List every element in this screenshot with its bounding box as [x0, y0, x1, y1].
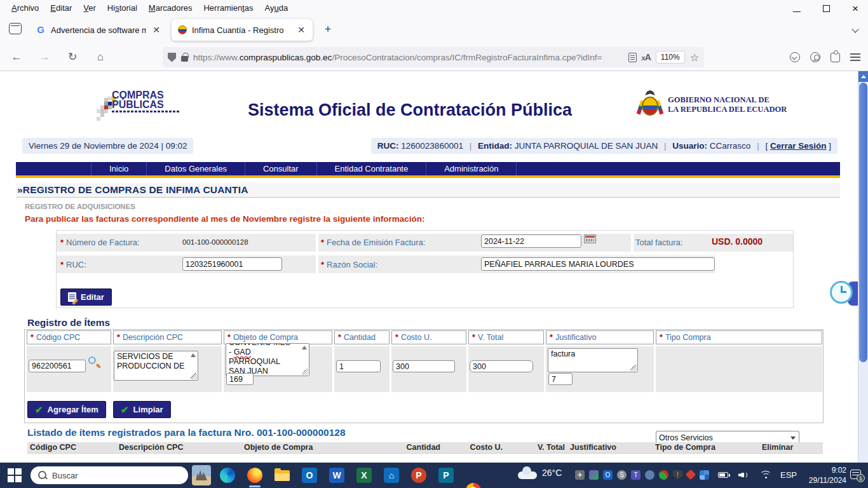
nav-inicio[interactable]: Inicio [91, 162, 147, 175]
limpiar-button[interactable]: ✔ Limpiar [113, 401, 171, 418]
firefox-icon[interactable] [247, 468, 262, 483]
editar-button[interactable]: Editar [60, 288, 112, 306]
nav-consultar[interactable]: Consultar [245, 162, 317, 175]
tray-icon-globe[interactable] [645, 470, 654, 480]
ruc-input[interactable] [182, 257, 282, 271]
start-button[interactable] [8, 468, 22, 482]
nav-datos-generales[interactable]: Datos Generales [147, 162, 245, 175]
v-total-input[interactable] [470, 360, 533, 372]
url-bar[interactable]: https://www.compraspublicas.gob.ec/Proce… [163, 47, 704, 67]
reload-button[interactable]: ↻ [64, 48, 81, 66]
reader-view-icon[interactable] [628, 53, 637, 62]
powerpoint-icon[interactable]: P [411, 468, 426, 483]
translate-icon[interactable]: xA [642, 52, 651, 62]
resize-grip-icon[interactable] [191, 373, 197, 379]
outlook-icon[interactable]: O [302, 468, 317, 483]
menu-archivo[interactable]: Archivo [6, 2, 44, 14]
tray-icon-grid[interactable] [700, 470, 709, 480]
account-icon[interactable] [810, 52, 820, 62]
gold-divider [16, 175, 840, 178]
weather-widget[interactable]: 1 26°C [518, 466, 562, 479]
razon-social-input[interactable] [481, 257, 715, 271]
pocket-icon[interactable] [790, 52, 800, 62]
session-chip: RUC: 1260023860001 | Entidad: JUNTA PARR… [371, 138, 837, 154]
lock-icon[interactable] [181, 56, 188, 62]
close-icon[interactable]: × [849, 3, 862, 15]
app-menu-icon[interactable] [850, 53, 860, 61]
back-button[interactable]: ← [8, 48, 25, 66]
menu-herramientas[interactable]: Herramientas [198, 2, 258, 14]
costo-u-input[interactable] [393, 360, 455, 372]
list-all-tabs-icon[interactable] [853, 27, 859, 33]
store-icon[interactable]: ⌂ [384, 468, 399, 483]
listado-header-descripcion: Descripción CPC [116, 442, 241, 454]
menu-historial[interactable]: Historial [102, 2, 142, 14]
scroll-up-icon[interactable] [302, 346, 307, 349]
battery-icon[interactable] [718, 472, 728, 478]
edit-document-icon [68, 292, 76, 302]
bookmark-star-icon[interactable]: ☆ [690, 51, 699, 64]
listado-header-cantidad: Cantidad [381, 442, 443, 454]
wifi-icon[interactable] [760, 471, 771, 479]
minimize-icon[interactable] [790, 4, 803, 14]
cerrar-sesion-link[interactable]: Cerrar Sesión [770, 141, 827, 151]
excel-icon[interactable]: X [356, 468, 372, 483]
firefox-view-icon[interactable] [9, 23, 22, 34]
tray-icon-antivirus[interactable] [659, 470, 668, 480]
nav-administracion[interactable]: Administración [426, 162, 517, 175]
home-button[interactable]: ⌂ [92, 48, 109, 66]
resize-grip-icon[interactable] [630, 365, 637, 371]
tray-icon-4[interactable]: S [617, 470, 627, 480]
page-scrollbar[interactable] [858, 71, 868, 463]
tray-icon-outlook[interactable]: O [603, 470, 613, 480]
scrollbar-thumb[interactable] [859, 83, 867, 362]
word-icon[interactable]: W [329, 468, 344, 483]
scroll-up-icon[interactable] [191, 353, 196, 357]
tab-infima-cuantia-active[interactable]: Infima Cuantía - Registro ✕ [172, 19, 313, 41]
browser-menubar: Archivo Editar Ver Historial Marcadores … [0, 0, 868, 15]
tray-icon-1[interactable]: ✈ [575, 470, 585, 480]
chrome-icon[interactable] [466, 483, 481, 488]
nav-entidad-contratante[interactable]: Entidad Contratante [317, 162, 427, 175]
objeto-extra-input[interactable] [226, 373, 254, 385]
menu-marcadores[interactable]: Marcadores [144, 2, 198, 14]
menu-ver[interactable]: Ver [78, 2, 101, 14]
cantidad-input[interactable] [336, 360, 381, 372]
forward-button[interactable]: → [36, 48, 53, 66]
search-cpc-icon[interactable] [88, 356, 101, 369]
tracking-shield-icon[interactable] [168, 53, 176, 62]
tray-icon-shield-alert[interactable]: ! [673, 470, 682, 480]
edge-icon[interactable] [220, 468, 235, 483]
taskbar-clock[interactable]: 9:02 29/11/2024 [788, 465, 846, 485]
tab-close-icon[interactable]: ✕ [296, 25, 306, 35]
menu-editar[interactable]: Editar [45, 2, 77, 14]
resize-grip-icon[interactable] [302, 369, 308, 375]
maximize-icon[interactable] [820, 4, 832, 14]
new-tab-button[interactable]: + [320, 23, 336, 36]
objeto-compra-textarea[interactable]: CONVENIO MES - GAD PARROQUIAL SAN JUAN [226, 343, 309, 376]
scrollbar-up-arrow[interactable] [858, 71, 868, 82]
tray-icon-teams[interactable]: T [631, 470, 641, 480]
tab-close-icon[interactable]: ✕ [151, 25, 161, 35]
search-highlight-image[interactable] [192, 465, 211, 485]
notification-center-icon[interactable]: 1 [850, 470, 861, 479]
publisher-icon[interactable]: P [438, 468, 454, 483]
zoom-level-badge[interactable]: 110% [656, 51, 685, 64]
listado-header-codigo: Código CPC [27, 442, 116, 454]
file-explorer-icon[interactable] [275, 468, 290, 483]
codigo-cpc-input[interactable] [29, 360, 86, 372]
calendar-icon[interactable] [584, 234, 596, 243]
volume-icon[interactable] [738, 470, 749, 479]
tab-advertencia[interactable]: G Advertencia de software malici ✕ [29, 19, 168, 41]
taskbar-search[interactable]: Buscar [31, 466, 188, 484]
tray-icon-2[interactable] [589, 470, 599, 480]
total-factura-value: USD. 0.0000 [712, 236, 763, 247]
agregar-item-button[interactable]: ✔ Agregar Ítem [27, 401, 106, 418]
fecha-emision-input[interactable] [481, 234, 581, 248]
tray-icon-red-diamond[interactable] [686, 470, 696, 480]
justificativo-extra-input[interactable] [548, 373, 573, 385]
justificativo-textarea[interactable]: factura [548, 348, 638, 372]
extensions-icon[interactable] [831, 53, 840, 62]
descripcion-cpc-textarea[interactable]: SERVICIOS DE PRODUCCION DE [114, 351, 198, 381]
menu-ayuda[interactable]: Ayuda [260, 2, 294, 14]
